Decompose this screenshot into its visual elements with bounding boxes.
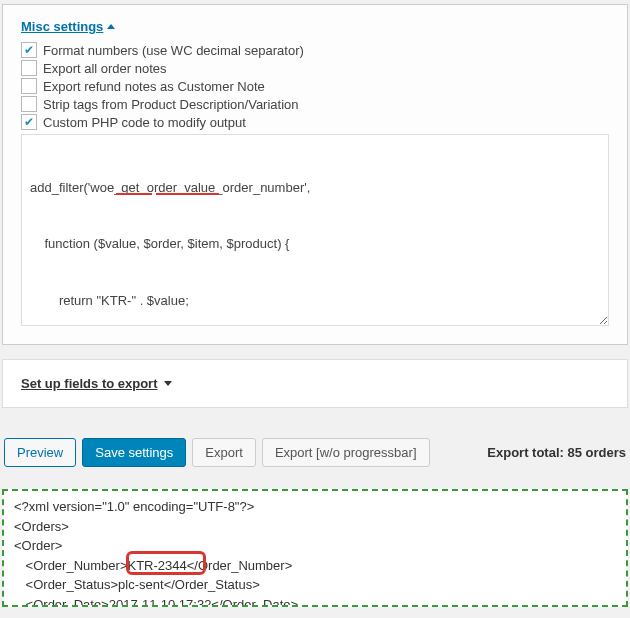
xml-line: <Order_Status>plc-sent</Order_Status> (14, 575, 616, 595)
fields-export-panel: Set up fields to export (2, 359, 628, 408)
highlight-underline (156, 193, 219, 195)
fields-title-label: Set up fields to export (21, 376, 158, 391)
php-code-textarea[interactable]: add_filter('woe_get_order_value_order_nu… (21, 134, 609, 326)
option-strip-tags[interactable]: Strip tags from Product Description/Vari… (21, 96, 609, 112)
code-line: function ($value, $order, $item, $produc… (30, 235, 600, 254)
xml-line: <Order> (14, 536, 616, 556)
save-settings-button[interactable]: Save settings (82, 438, 186, 467)
misc-settings-title: Misc settings (21, 19, 103, 34)
checkbox-icon[interactable] (21, 60, 37, 76)
checkbox-icon[interactable] (21, 78, 37, 94)
export-total-label: Export total: 85 orders (487, 445, 626, 460)
option-label: Export refund notes as Customer Note (43, 79, 265, 94)
option-refund-notes[interactable]: Export refund notes as Customer Note (21, 78, 609, 94)
option-label: Custom PHP code to modify output (43, 115, 246, 130)
option-custom-php[interactable]: Custom PHP code to modify output (21, 114, 609, 130)
option-label: Format numbers (use WC decimal separator… (43, 43, 304, 58)
xml-line: <Orders> (14, 517, 616, 537)
highlight-underline (116, 193, 152, 195)
option-format-numbers[interactable]: Format numbers (use WC decimal separator… (21, 42, 609, 58)
checkbox-icon[interactable] (21, 96, 37, 112)
action-buttons-row: Preview Save settings Export Export [w/o… (2, 438, 628, 467)
export-no-progressbar-button[interactable]: Export [w/o progressbar] (262, 438, 430, 467)
xml-line: <?xml version="1.0" encoding="UTF-8"?> (14, 497, 616, 517)
option-label: Strip tags from Product Description/Vari… (43, 97, 299, 112)
option-label: Export all order notes (43, 61, 167, 76)
highlight-box (126, 551, 206, 575)
code-line: return "KTR-" . $value; (30, 292, 600, 311)
preview-button[interactable]: Preview (4, 438, 76, 467)
xml-preview-box: <?xml version="1.0" encoding="UTF-8"?> <… (2, 489, 628, 607)
misc-settings-toggle[interactable]: Misc settings (21, 19, 115, 34)
fields-export-toggle[interactable]: Set up fields to export (21, 376, 172, 391)
caret-up-icon (107, 24, 115, 29)
option-export-notes[interactable]: Export all order notes (21, 60, 609, 76)
misc-settings-panel: Misc settings Format numbers (use WC dec… (2, 4, 628, 345)
caret-down-icon (164, 381, 172, 386)
export-button[interactable]: Export (192, 438, 256, 467)
xml-line: <Order_Number>KTR-2344</Order_Number> (14, 556, 616, 576)
checkbox-icon[interactable] (21, 114, 37, 130)
checkbox-icon[interactable] (21, 42, 37, 58)
xml-line: <Order_Date>2017-11-10 17:32</Order_Date… (14, 595, 616, 608)
